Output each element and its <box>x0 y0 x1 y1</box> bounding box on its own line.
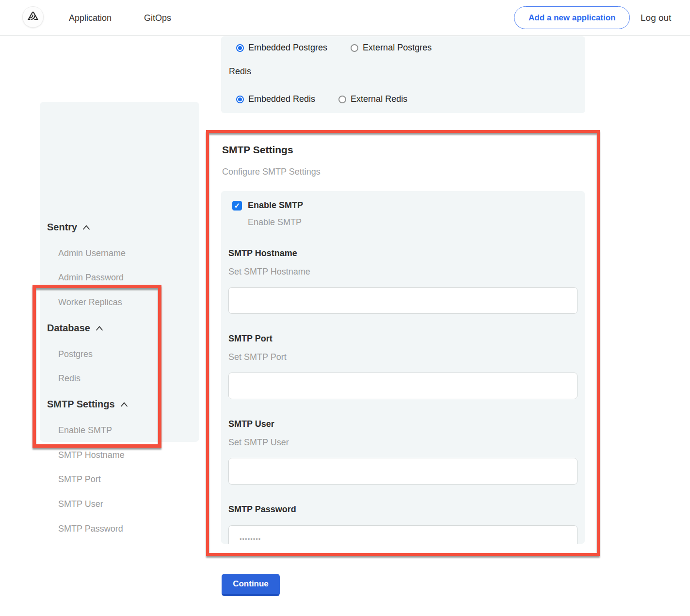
sidebar-group-database[interactable]: Database <box>47 323 103 334</box>
radio-label[interactable]: External Postgres <box>363 43 432 53</box>
continue-button[interactable]: Continue <box>222 574 280 596</box>
radio-option-external-postgres[interactable]: External Postgres <box>351 43 432 53</box>
radio-icon[interactable] <box>236 44 244 52</box>
sidebar-group-label: Database <box>47 323 90 334</box>
sidebar-item-smtp-port[interactable]: SMTP Port <box>58 474 101 485</box>
radio-option-embedded-redis[interactable]: Embedded Redis <box>236 94 315 104</box>
smtp-password-label: SMTP Password <box>228 503 578 516</box>
config-page: Application GitOps Add a new application… <box>0 0 690 616</box>
radio-option-embedded-postgres[interactable]: Embedded Postgres <box>236 43 327 53</box>
enable-smtp-checkbox[interactable]: ✓ <box>232 201 242 211</box>
smtp-settings-title: SMTP Settings <box>222 144 293 156</box>
smtp-hostname-input[interactable] <box>228 287 578 314</box>
smtp-port-helper: Set SMTP Port <box>228 351 578 363</box>
smtp-settings-form-card: ✓ Enable SMTP Enable SMTP SMTP Hostname … <box>221 191 585 544</box>
radio-option-external-redis[interactable]: External Redis <box>338 94 407 104</box>
logout-link[interactable]: Log out <box>641 0 671 36</box>
chevron-up-icon <box>82 225 90 230</box>
radio-label[interactable]: External Redis <box>351 94 407 104</box>
nav-item-gitops[interactable]: GitOps <box>144 0 171 36</box>
top-nav: Application GitOps Add a new application… <box>0 0 690 36</box>
sidebar-item-enable-smtp[interactable]: Enable SMTP <box>58 425 112 436</box>
chevron-up-icon <box>96 325 103 331</box>
sidebar-group-sentry[interactable]: Sentry <box>47 222 90 233</box>
radio-label[interactable]: Embedded Redis <box>248 94 315 104</box>
sidebar-item-redis[interactable]: Redis <box>58 373 80 384</box>
smtp-port-input[interactable] <box>228 373 578 399</box>
smtp-hostname-label: SMTP Hostname <box>228 247 578 259</box>
smtp-hostname-helper: Set SMTP Hostname <box>228 265 578 278</box>
enable-smtp-checkbox-row: ✓ Enable SMTP <box>232 200 578 211</box>
postgres-radio-group: Embedded Postgres External Postgres <box>236 43 432 53</box>
smtp-settings-subtitle: Configure SMTP Settings <box>222 167 321 177</box>
app-logo[interactable] <box>22 6 44 28</box>
smtp-user-helper: Set SMTP User <box>228 436 578 449</box>
smtp-user-input[interactable] <box>228 458 578 485</box>
smtp-password-input[interactable] <box>228 525 578 544</box>
sidebar-item-smtp-user[interactable]: SMTP User <box>58 499 103 509</box>
redis-radio-group: Embedded Redis External Redis <box>236 94 407 104</box>
sidebar-item-smtp-hostname[interactable]: SMTP Hostname <box>58 450 125 460</box>
radio-icon[interactable] <box>351 44 358 52</box>
sentry-logo-icon <box>27 10 39 24</box>
sidebar-item-admin-username[interactable]: Admin Username <box>58 248 126 259</box>
enable-smtp-helper-text: Enable SMTP <box>248 216 578 228</box>
nav-item-application[interactable]: Application <box>69 0 112 36</box>
chevron-up-icon <box>120 402 128 407</box>
enable-smtp-label[interactable]: Enable SMTP <box>248 200 303 211</box>
sidebar-item-admin-password[interactable]: Admin Password <box>58 273 124 283</box>
smtp-port-label: SMTP Port <box>228 332 578 345</box>
sidebar-group-smtp-settings[interactable]: SMTP Settings <box>47 399 128 410</box>
database-config-card: Embedded Postgres External Postgres Redi… <box>221 36 585 113</box>
radio-icon[interactable] <box>236 96 244 103</box>
sidebar-group-label: SMTP Settings <box>47 399 115 410</box>
add-new-application-button[interactable]: Add a new application <box>514 6 630 29</box>
sidebar-item-worker-replicas[interactable]: Worker Replicas <box>58 297 122 308</box>
radio-label[interactable]: Embedded Postgres <box>248 43 327 53</box>
redis-group-label: Redis <box>229 66 251 77</box>
radio-icon[interactable] <box>338 96 346 103</box>
sidebar-group-label: Sentry <box>47 222 77 233</box>
sidebar-item-postgres[interactable]: Postgres <box>58 349 93 359</box>
sidebar-item-smtp-password[interactable]: SMTP Password <box>58 524 123 534</box>
smtp-user-label: SMTP User <box>228 418 578 430</box>
config-sidebar: Sentry Admin Username Admin Password Wor… <box>40 102 199 442</box>
